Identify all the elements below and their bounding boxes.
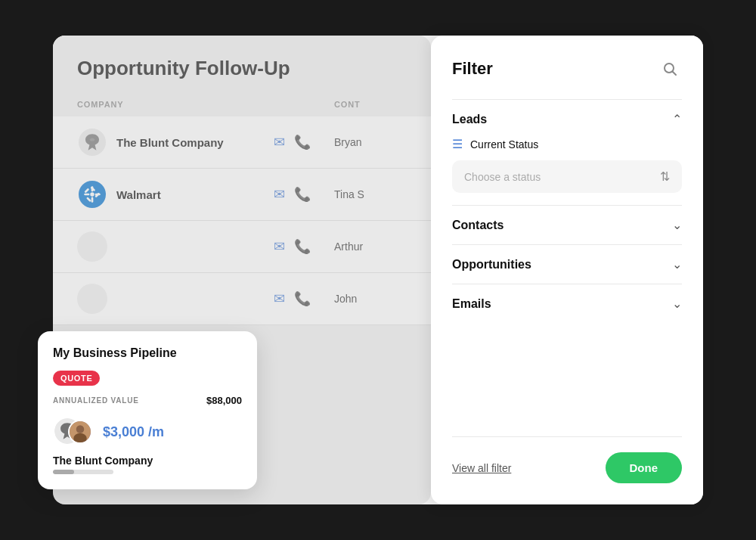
- company-cell: [77, 284, 274, 314]
- chevron-down-icon: ⌄: [672, 218, 682, 232]
- pipeline-company-name: The Blunt Company: [53, 455, 242, 467]
- filter-section-contacts-header[interactable]: Contacts ⌄: [452, 218, 682, 232]
- svg-point-15: [76, 425, 85, 433]
- filter-section-contacts-title: Contacts: [452, 219, 503, 232]
- company-logo-blunt: [77, 127, 107, 157]
- annualized-value: $88,000: [206, 395, 242, 406]
- phone-icon[interactable]: 📞: [294, 238, 311, 255]
- filter-section-leads-title: Leads: [452, 113, 487, 126]
- done-button[interactable]: Done: [606, 452, 683, 483]
- select-arrow-icon: ⇅: [660, 169, 670, 184]
- svg-point-2: [90, 192, 94, 196]
- chevron-up-icon: ⌃: [672, 112, 682, 126]
- view-all-filter-link[interactable]: View all filter: [452, 462, 511, 474]
- contact-icons: ✉ 📞: [274, 186, 334, 203]
- pipeline-card-title: My Business Pipeline: [53, 346, 242, 360]
- filter-title: Filter: [452, 59, 493, 79]
- filter-section-leads-content: ☰ Current Status Choose a status ⇅: [452, 137, 682, 193]
- filter-footer: View all filter Done: [452, 436, 682, 483]
- company-name-walmart: Walmart: [116, 188, 161, 201]
- email-icon[interactable]: ✉: [274, 134, 285, 151]
- phone-icon[interactable]: 📞: [294, 186, 311, 203]
- company-logo-placeholder: [77, 284, 107, 314]
- status-select[interactable]: Choose a status ⇅: [452, 160, 682, 193]
- phone-icon[interactable]: 📞: [294, 134, 311, 151]
- current-status-row: ☰ Current Status: [452, 137, 682, 151]
- contact-icons: ✉ 📞: [274, 290, 334, 307]
- filter-section-opportunities: Opportunities ⌄: [452, 244, 682, 284]
- current-status-label: Current Status: [470, 138, 538, 151]
- email-icon[interactable]: ✉: [274, 290, 285, 307]
- pipeline-bar-fill: [53, 470, 74, 474]
- quote-badge: QUOTE: [53, 371, 100, 386]
- svg-line-12: [673, 72, 677, 76]
- filter-section-emails: Emails ⌄: [452, 284, 682, 323]
- company-logo-placeholder: [77, 231, 107, 262]
- company-cell: Walmart: [77, 179, 274, 209]
- contact-icons: ✉ 📞: [274, 238, 334, 255]
- company-name-blunt: The Blunt Company: [116, 136, 224, 149]
- filter-section-leads-header[interactable]: Leads ⌃: [452, 112, 682, 126]
- filter-section-opportunities-title: Opportunities: [452, 258, 531, 272]
- company-cell: The Blunt Company: [77, 127, 274, 157]
- filter-section-emails-title: Emails: [452, 297, 491, 311]
- filter-section-emails-header[interactable]: Emails ⌄: [452, 296, 682, 311]
- status-select-placeholder: Choose a status: [464, 171, 541, 183]
- chevron-down-icon: ⌄: [672, 296, 682, 311]
- filter-search-icon[interactable]: [658, 57, 682, 81]
- email-icon[interactable]: ✉: [274, 186, 285, 203]
- monthly-value: $3,000 /m: [103, 424, 164, 440]
- filter-section-contacts: Contacts ⌄: [452, 205, 682, 244]
- avatar-person: [68, 420, 92, 444]
- company-avatars: [53, 417, 97, 447]
- company-logo-walmart: [77, 179, 107, 209]
- pipeline-card: My Business Pipeline QUOTE ANNUALIZED VA…: [38, 331, 257, 489]
- filter-section-opportunities-header[interactable]: Opportunities ⌄: [452, 257, 682, 272]
- pipeline-progress-bar: [53, 470, 113, 474]
- phone-icon[interactable]: 📞: [294, 290, 311, 307]
- annualized-label: ANNUALIZED VALUE: [53, 396, 139, 405]
- annualized-row: ANNUALIZED VALUE $88,000: [53, 395, 242, 406]
- filter-panel: Filter Leads ⌃ ☰ Current Status Choo: [431, 36, 703, 504]
- contact-icons: ✉ 📞: [274, 134, 334, 151]
- chevron-down-icon: ⌄: [672, 257, 682, 272]
- svg-rect-5: [84, 194, 89, 196]
- company-info-row: $3,000 /m: [53, 417, 242, 447]
- svg-point-16: [73, 433, 87, 444]
- svg-rect-4: [91, 197, 94, 203]
- list-icon: ☰: [452, 137, 463, 151]
- filter-section-leads: Leads ⌃ ☰ Current Status Choose a status…: [452, 99, 682, 205]
- company-cell: [77, 231, 274, 262]
- col-company-header: COMPANY: [77, 100, 274, 109]
- filter-header: Filter: [452, 57, 682, 81]
- email-icon[interactable]: ✉: [274, 238, 285, 255]
